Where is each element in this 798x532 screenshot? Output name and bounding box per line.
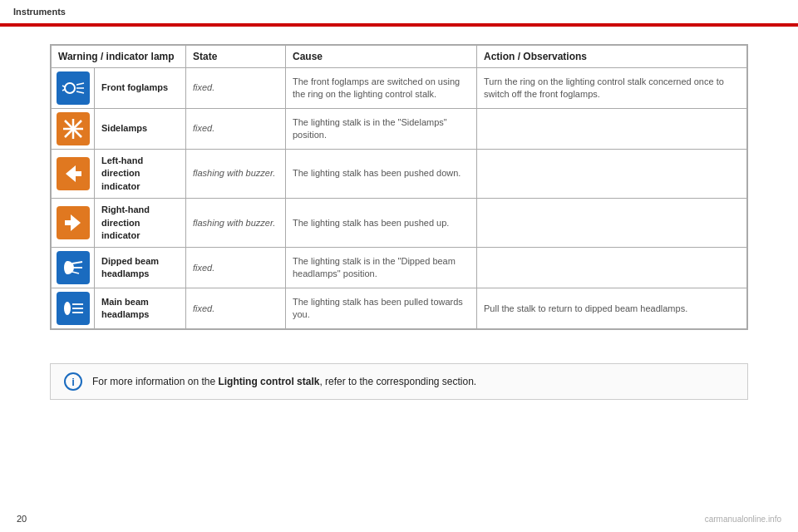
col-action: Action / Observations bbox=[477, 46, 747, 68]
cause-cell-0: The front foglamps are switched on using… bbox=[286, 68, 477, 109]
table-row: Left-hand direction indicator flashing w… bbox=[52, 150, 747, 199]
lamp-name-4: Dipped beam headlamps bbox=[95, 248, 186, 288]
icon-cell-0 bbox=[52, 68, 95, 109]
lamp-name-1: Sidelamps bbox=[95, 109, 186, 150]
icon-cell-1 bbox=[52, 109, 95, 150]
header-bar bbox=[0, 23, 798, 27]
svg-rect-11 bbox=[76, 171, 81, 176]
table-row: Sidelamps fixed. The lighting stalk is i… bbox=[52, 109, 747, 150]
lamp-name-2: Left-hand direction indicator bbox=[95, 150, 186, 199]
action-cell-3 bbox=[477, 199, 747, 248]
action-cell-4 bbox=[477, 248, 747, 288]
svg-line-15 bbox=[72, 262, 82, 264]
state-cell-1: fixed. bbox=[186, 109, 286, 150]
icon-cell-3 bbox=[52, 199, 95, 248]
info-icon: i bbox=[64, 372, 82, 391]
action-cell-0: Turn the ring on the lighting control st… bbox=[477, 68, 747, 109]
lamp-name-3: Right-hand direction indicator bbox=[95, 199, 186, 248]
svg-line-1 bbox=[76, 83, 84, 85]
right-direction-icon bbox=[57, 206, 90, 239]
svg-point-14 bbox=[64, 261, 71, 274]
cause-cell-4: The lighting stalk is in the "Dipped bea… bbox=[286, 248, 477, 288]
info-text: For more information on the Lighting con… bbox=[92, 376, 476, 387]
dipped-beam-icon bbox=[57, 251, 90, 284]
cause-cell-5: The lighting stalk has been pulled towar… bbox=[286, 288, 477, 329]
page-number: 20 bbox=[17, 514, 27, 524]
cause-cell-1: The lighting stalk is in the "Sidelamps"… bbox=[286, 109, 477, 150]
state-cell-2: flashing with buzzer. bbox=[186, 150, 286, 199]
table-row: Dipped beam headlamps fixed. The lightin… bbox=[52, 248, 747, 288]
front-foglamp-icon bbox=[57, 71, 90, 105]
action-cell-2 bbox=[477, 150, 747, 199]
table-row: Right-hand direction indicator flashing … bbox=[52, 199, 747, 248]
svg-point-18 bbox=[64, 302, 71, 315]
info-box: i For more information on the Lighting c… bbox=[50, 363, 748, 400]
icon-cell-5 bbox=[52, 288, 95, 329]
icon-cell-4 bbox=[52, 248, 95, 288]
cause-cell-2: The lighting stalk has been pushed down. bbox=[286, 150, 477, 199]
svg-line-17 bbox=[72, 272, 79, 273]
state-cell-5: fixed. bbox=[186, 288, 286, 329]
col-state: State bbox=[186, 46, 286, 68]
svg-point-0 bbox=[65, 83, 75, 93]
page-header: Instruments bbox=[0, 0, 798, 26]
state-cell-3: flashing with buzzer. bbox=[186, 199, 286, 248]
action-cell-1 bbox=[477, 109, 747, 150]
state-cell-0: fixed. bbox=[186, 68, 286, 109]
table-row: Front foglamps fixed. The front foglamps… bbox=[52, 68, 747, 109]
icon-cell-2 bbox=[52, 150, 95, 199]
cause-cell-3: The lighting stalk has been pushed up. bbox=[286, 199, 477, 248]
svg-marker-10 bbox=[66, 165, 76, 182]
col-cause: Cause bbox=[286, 46, 477, 68]
main-beam-icon bbox=[57, 292, 90, 325]
table-row: Main beam headlamps fixed. The lighting … bbox=[52, 288, 747, 329]
watermark: carmanualonline.info bbox=[705, 515, 781, 524]
col-lamp: Warning / indicator lamp bbox=[52, 46, 186, 68]
state-cell-4: fixed. bbox=[186, 248, 286, 288]
svg-line-3 bbox=[76, 91, 84, 93]
main-table: Warning / indicator lamp State Cause Act… bbox=[50, 44, 748, 330]
action-cell-5: Pull the stalk to return to dipped beam … bbox=[477, 288, 747, 329]
left-direction-icon bbox=[57, 157, 90, 190]
svg-rect-13 bbox=[65, 220, 71, 225]
header-title: Instruments bbox=[13, 7, 66, 17]
svg-marker-12 bbox=[71, 214, 81, 231]
lamp-name-0: Front foglamps bbox=[95, 68, 186, 109]
sidelamp-icon bbox=[57, 112, 90, 145]
lamp-name-5: Main beam headlamps bbox=[95, 288, 186, 329]
